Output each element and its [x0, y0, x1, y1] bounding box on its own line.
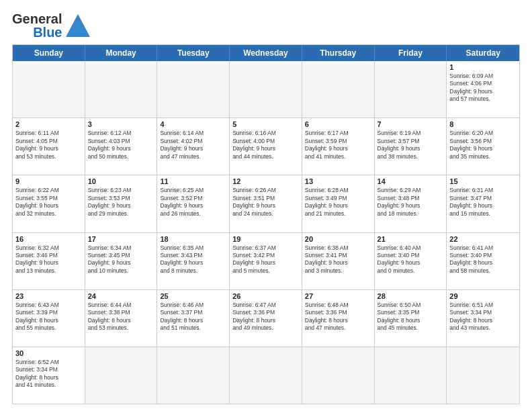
day-number: 6 [305, 120, 371, 128]
weekday-header-thursday: Thursday [302, 45, 375, 61]
calendar-row-2: 9Sunrise: 6:22 AM Sunset: 3:55 PM Daylig… [13, 175, 519, 232]
calendar-row-1: 2Sunrise: 6:11 AM Sunset: 4:05 PM Daylig… [13, 118, 519, 175]
sun-info: Sunrise: 6:50 AM Sunset: 3:35 PM Dayligh… [378, 302, 444, 332]
day-number: 22 [449, 235, 517, 243]
day-cell-6: 6Sunrise: 6:17 AM Sunset: 3:59 PM Daylig… [302, 118, 375, 175]
sun-info: Sunrise: 6:31 AM Sunset: 3:47 PM Dayligh… [449, 187, 517, 218]
day-cell-15: 15Sunrise: 6:31 AM Sunset: 3:47 PM Dayli… [447, 175, 519, 232]
logo-icon [64, 13, 91, 38]
sun-info: Sunrise: 6:51 AM Sunset: 3:34 PM Dayligh… [449, 302, 517, 332]
day-number: 29 [449, 292, 517, 300]
sun-info: Sunrise: 6:32 AM Sunset: 3:46 PM Dayligh… [15, 244, 82, 275]
day-number: 7 [378, 120, 444, 128]
day-cell-16: 16Sunrise: 6:32 AM Sunset: 3:46 PM Dayli… [13, 233, 85, 289]
day-number: 26 [232, 292, 299, 300]
day-cell-3: 3Sunrise: 6:12 AM Sunset: 4:03 PM Daylig… [85, 118, 158, 175]
sun-info: Sunrise: 6:12 AM Sunset: 4:03 PM Dayligh… [88, 130, 154, 161]
calendar: SundayMondayTuesdayWednesdayThursdayFrid… [12, 44, 520, 404]
weekday-header-monday: Monday [85, 45, 158, 61]
day-number: 30 [15, 349, 82, 357]
sun-info: Sunrise: 6:11 AM Sunset: 4:05 PM Dayligh… [15, 130, 82, 161]
day-cell-7: 7Sunrise: 6:19 AM Sunset: 3:57 PM Daylig… [375, 118, 447, 175]
sun-info: Sunrise: 6:52 AM Sunset: 3:34 PM Dayligh… [15, 359, 82, 390]
sun-info: Sunrise: 6:48 AM Sunset: 3:36 PM Dayligh… [305, 302, 371, 332]
sun-info: Sunrise: 6:16 AM Sunset: 4:00 PM Dayligh… [232, 130, 299, 161]
day-cell-13: 13Sunrise: 6:28 AM Sunset: 3:49 PM Dayli… [302, 175, 375, 232]
day-cell-30: 30Sunrise: 6:52 AM Sunset: 3:34 PM Dayli… [13, 347, 85, 404]
day-number: 2 [15, 120, 82, 128]
day-cell-2: 2Sunrise: 6:11 AM Sunset: 4:05 PM Daylig… [13, 118, 85, 175]
day-cell-20: 20Sunrise: 6:38 AM Sunset: 3:41 PM Dayli… [302, 233, 375, 289]
sun-info: Sunrise: 6:34 AM Sunset: 3:45 PM Dayligh… [88, 244, 154, 275]
day-number: 3 [88, 120, 154, 128]
empty-cell [375, 61, 447, 118]
empty-cell [157, 61, 230, 118]
day-cell-8: 8Sunrise: 6:20 AM Sunset: 3:56 PM Daylig… [447, 118, 519, 175]
sun-info: Sunrise: 6:47 AM Sunset: 3:36 PM Dayligh… [232, 302, 299, 332]
empty-cell [302, 61, 375, 118]
sun-info: Sunrise: 6:44 AM Sunset: 3:38 PM Dayligh… [88, 302, 154, 332]
day-cell-5: 5Sunrise: 6:16 AM Sunset: 4:00 PM Daylig… [230, 118, 302, 175]
sun-info: Sunrise: 6:41 AM Sunset: 3:40 PM Dayligh… [449, 244, 517, 275]
day-number: 23 [15, 292, 82, 300]
weekday-header-tuesday: Tuesday [157, 45, 230, 61]
empty-cell [157, 347, 230, 404]
empty-cell [13, 61, 85, 118]
sun-info: Sunrise: 6:28 AM Sunset: 3:49 PM Dayligh… [305, 187, 371, 218]
day-cell-21: 21Sunrise: 6:40 AM Sunset: 3:40 PM Dayli… [375, 233, 447, 289]
sun-info: Sunrise: 6:09 AM Sunset: 4:06 PM Dayligh… [449, 73, 517, 103]
day-cell-26: 26Sunrise: 6:47 AM Sunset: 3:36 PM Dayli… [230, 290, 302, 347]
empty-cell [85, 61, 158, 118]
sun-info: Sunrise: 6:29 AM Sunset: 3:48 PM Dayligh… [378, 187, 444, 218]
day-number: 16 [15, 235, 82, 243]
day-number: 17 [88, 235, 154, 243]
day-number: 10 [88, 177, 154, 185]
empty-cell [447, 347, 519, 404]
weekday-header-wednesday: Wednesday [230, 45, 302, 61]
day-number: 11 [160, 177, 226, 185]
sun-info: Sunrise: 6:26 AM Sunset: 3:51 PM Dayligh… [232, 187, 299, 218]
day-number: 15 [449, 177, 517, 185]
sun-info: Sunrise: 6:40 AM Sunset: 3:40 PM Dayligh… [378, 244, 444, 275]
day-cell-28: 28Sunrise: 6:50 AM Sunset: 3:35 PM Dayli… [375, 290, 447, 347]
calendar-header: SundayMondayTuesdayWednesdayThursdayFrid… [13, 45, 519, 61]
day-number: 8 [449, 120, 517, 128]
header: General Blue [12, 12, 520, 39]
day-cell-24: 24Sunrise: 6:44 AM Sunset: 3:38 PM Dayli… [85, 290, 158, 347]
day-number: 1 [449, 63, 517, 71]
empty-cell [302, 347, 375, 404]
page: General Blue SundayMondayTuesdayWednesda… [0, 0, 532, 411]
weekday-header-saturday: Saturday [447, 45, 519, 61]
sun-info: Sunrise: 6:43 AM Sunset: 3:39 PM Dayligh… [15, 302, 82, 332]
empty-cell [85, 347, 158, 404]
sun-info: Sunrise: 6:17 AM Sunset: 3:59 PM Dayligh… [305, 130, 371, 161]
calendar-row-3: 16Sunrise: 6:32 AM Sunset: 3:46 PM Dayli… [13, 232, 519, 289]
logo: General Blue [12, 12, 91, 39]
day-number: 20 [305, 235, 371, 243]
day-number: 28 [378, 292, 444, 300]
day-number: 4 [160, 120, 226, 128]
day-number: 13 [305, 177, 371, 185]
day-cell-10: 10Sunrise: 6:23 AM Sunset: 3:53 PM Dayli… [85, 175, 158, 232]
day-number: 25 [160, 292, 226, 300]
sun-info: Sunrise: 6:23 AM Sunset: 3:53 PM Dayligh… [88, 187, 154, 218]
calendar-row-4: 23Sunrise: 6:43 AM Sunset: 3:39 PM Dayli… [13, 289, 519, 347]
weekday-header-friday: Friday [375, 45, 447, 61]
day-number: 14 [378, 177, 444, 185]
day-cell-11: 11Sunrise: 6:25 AM Sunset: 3:52 PM Dayli… [157, 175, 230, 232]
day-number: 27 [305, 292, 371, 300]
day-cell-25: 25Sunrise: 6:46 AM Sunset: 3:37 PM Dayli… [157, 290, 230, 347]
day-number: 12 [232, 177, 299, 185]
day-cell-29: 29Sunrise: 6:51 AM Sunset: 3:34 PM Dayli… [447, 290, 519, 347]
sun-info: Sunrise: 6:20 AM Sunset: 3:56 PM Dayligh… [449, 130, 517, 161]
calendar-row-0: 1Sunrise: 6:09 AM Sunset: 4:06 PM Daylig… [13, 61, 519, 118]
day-cell-4: 4Sunrise: 6:14 AM Sunset: 4:02 PM Daylig… [157, 118, 230, 175]
sun-info: Sunrise: 6:38 AM Sunset: 3:41 PM Dayligh… [305, 244, 371, 275]
day-cell-18: 18Sunrise: 6:35 AM Sunset: 3:43 PM Dayli… [157, 233, 230, 289]
calendar-body: 1Sunrise: 6:09 AM Sunset: 4:06 PM Daylig… [13, 61, 519, 404]
day-number: 18 [160, 235, 226, 243]
day-cell-22: 22Sunrise: 6:41 AM Sunset: 3:40 PM Dayli… [447, 233, 519, 289]
day-cell-9: 9Sunrise: 6:22 AM Sunset: 3:55 PM Daylig… [13, 175, 85, 232]
day-number: 24 [88, 292, 154, 300]
sun-info: Sunrise: 6:25 AM Sunset: 3:52 PM Dayligh… [160, 187, 226, 218]
